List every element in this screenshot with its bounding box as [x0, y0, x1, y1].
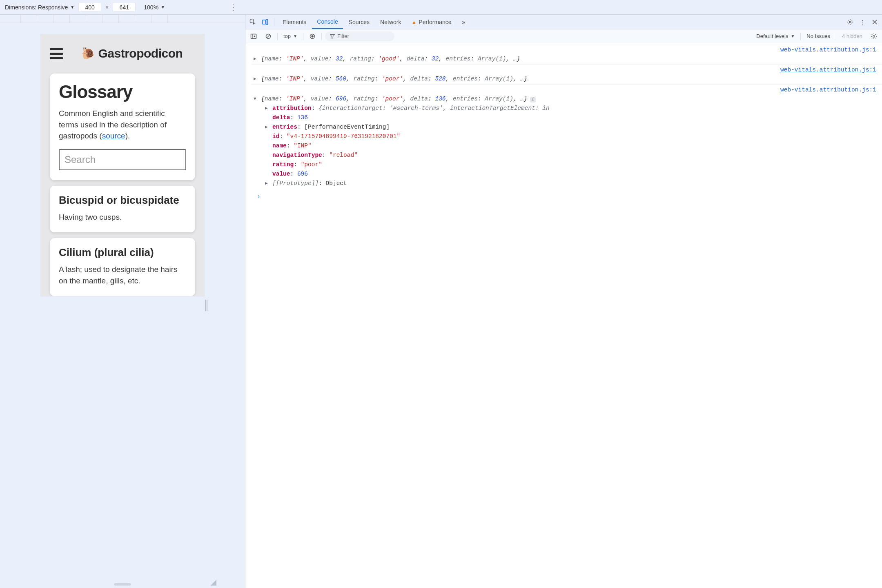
zoom-value: 100% — [144, 4, 158, 11]
console-body[interactable]: web-vitals.attribution.js:1 ▶ {name: 'IN… — [245, 43, 882, 588]
info-badge-icon[interactable]: i — [530, 97, 536, 102]
context-selector[interactable]: top ▼ — [281, 32, 300, 40]
console-log: web-vitals.attribution.js:1 ▶ {name: 'IN… — [251, 65, 882, 85]
width-input[interactable] — [78, 3, 101, 12]
caret-down-icon: ▼ — [791, 34, 795, 38]
clear-console-icon[interactable] — [263, 31, 274, 42]
disclosure-triangle-icon[interactable]: ▶ — [254, 75, 258, 83]
device-toolbar: Dimensions: Responsive ▼ × 100% ▼ ⋮ — [0, 0, 882, 15]
search-input[interactable] — [59, 149, 186, 170]
device-viewport-pane: 🐌 Gastropodicon Glossary Common English … — [0, 15, 245, 588]
object-prop[interactable]: navigationType: "reload" — [272, 151, 358, 160]
object-prop[interactable]: rating: "poor" — [272, 160, 322, 169]
inspect-element-icon[interactable] — [247, 16, 258, 28]
dimensions-label: Dimensions: — [5, 4, 36, 11]
disclosure-triangle-icon[interactable]: ▶ — [254, 55, 258, 63]
log-levels-dropdown[interactable]: Default levels ▼ — [756, 33, 795, 39]
term-definition: A lash; used to designate the hairs on t… — [59, 264, 186, 286]
device-menu-icon[interactable]: ⋮ — [229, 3, 237, 12]
console-log-expanded: web-vitals.attribution.js:1 ▼ {name: 'IN… — [251, 85, 882, 189]
page-title: Glossary — [59, 82, 186, 102]
hamburger-menu-icon[interactable] — [50, 48, 63, 59]
object-prop[interactable]: attribution: {interactionTarget: '#searc… — [272, 104, 550, 113]
close-devtools-icon[interactable] — [869, 16, 880, 28]
filter-box[interactable] — [325, 31, 394, 41]
disclosure-triangle-icon[interactable]: ▶ — [265, 179, 270, 187]
zoom-dropdown[interactable]: 100% ▼ — [144, 4, 165, 11]
device-frame: 🐌 Gastropodicon Glossary Common English … — [41, 34, 204, 296]
tab-network[interactable]: Network — [375, 15, 406, 29]
tab-sources[interactable]: Sources — [344, 15, 374, 29]
svg-point-3 — [849, 21, 851, 22]
glossary-header-card: Glossary Common English and scientific t… — [50, 74, 195, 180]
caret-down-icon: ▼ — [161, 5, 165, 9]
term-card: Bicuspid or bicuspidate Having two cusps… — [50, 186, 195, 233]
disclosure-triangle-icon[interactable]: ▶ — [265, 104, 270, 112]
console-settings-icon[interactable] — [868, 31, 880, 42]
resize-handle-bottom[interactable] — [114, 583, 131, 586]
brand-text: Gastropodicon — [98, 47, 183, 60]
height-input[interactable] — [113, 3, 136, 12]
tab-console[interactable]: Console — [312, 15, 343, 29]
source-link[interactable]: web-vitals.attribution.js:1 — [251, 46, 882, 54]
console-toolbar: top ▼ Default levels ▼ No Issues 4 hi — [245, 29, 882, 43]
term-title: Cilium (plural cilia) — [59, 246, 186, 259]
caret-down-icon: ▼ — [70, 5, 74, 9]
settings-icon[interactable] — [844, 16, 856, 28]
object-prop[interactable]: value: 696 — [272, 170, 308, 178]
page-subtitle: Common English and scientific terms used… — [59, 108, 186, 142]
log-summary[interactable]: {name: 'INP', value: 560, rating: 'poor'… — [261, 75, 528, 83]
term-title: Bicuspid or bicuspidate — [59, 194, 186, 207]
object-prop[interactable]: name: "INP" — [272, 142, 312, 150]
funnel-icon — [330, 34, 335, 39]
tab-performance[interactable]: Performance — [407, 15, 456, 29]
svg-rect-2 — [266, 19, 268, 24]
console-log: web-vitals.attribution.js:1 ▶ {name: 'IN… — [251, 45, 882, 65]
disclosure-triangle-icon[interactable]: ▶ — [265, 123, 270, 131]
resize-handle-right[interactable] — [203, 296, 209, 314]
svg-point-7 — [312, 36, 313, 37]
live-expression-icon[interactable] — [307, 31, 318, 42]
disclosure-triangle-icon[interactable]: ▼ — [254, 95, 258, 103]
svg-point-8 — [873, 35, 875, 37]
dimensions-dropdown[interactable]: Dimensions: Responsive ▼ — [5, 4, 74, 11]
app-page[interactable]: 🐌 Gastropodicon Glossary Common English … — [41, 34, 204, 296]
toggle-device-toolbar-icon[interactable] — [259, 16, 271, 28]
log-summary[interactable]: {name: 'INP', value: 32, rating: 'good',… — [261, 55, 520, 63]
term-definition: Having two cusps. — [59, 212, 186, 223]
console-prompt[interactable]: › — [251, 189, 882, 201]
device-name: Responsive — [38, 4, 68, 11]
tab-elements[interactable]: Elements — [278, 15, 311, 29]
object-prop[interactable]: [[Prototype]]: Object — [272, 179, 347, 188]
hidden-count[interactable]: 4 hidden — [842, 33, 862, 39]
svg-rect-4 — [251, 34, 256, 38]
tabs-overflow[interactable]: » — [457, 15, 470, 29]
source-link[interactable]: web-vitals.attribution.js:1 — [251, 66, 882, 74]
devtools-tabs: Elements Console Sources Network Perform… — [245, 15, 882, 29]
source-link[interactable]: web-vitals.attribution.js:1 — [251, 86, 882, 94]
snail-icon: 🐌 — [81, 48, 95, 59]
filter-input[interactable] — [337, 33, 382, 39]
devtools-pane: Elements Console Sources Network Perform… — [245, 15, 882, 588]
dimension-separator: × — [105, 4, 109, 11]
object-prop[interactable]: id: "v4-1715704899419-7631921820701" — [272, 132, 400, 141]
resize-handle-corner[interactable] — [211, 580, 216, 586]
brand: 🐌 Gastropodicon — [81, 47, 183, 60]
object-prop[interactable]: delta: 136 — [272, 114, 308, 122]
svg-rect-1 — [263, 20, 266, 24]
term-card: Cilium (plural cilia) A lash; used to de… — [50, 238, 195, 296]
log-summary[interactable]: {name: 'INP', value: 696, rating: 'poor'… — [261, 95, 536, 103]
ruler-horizontal — [0, 15, 245, 23]
source-link[interactable]: source — [102, 131, 125, 140]
issues-status[interactable]: No Issues — [806, 33, 830, 39]
object-prop[interactable]: entries: [PerformanceEventTiming] — [272, 123, 390, 131]
devtools-menu-icon[interactable]: ⋮ — [857, 16, 868, 28]
toggle-sidebar-icon[interactable] — [248, 31, 259, 42]
caret-down-icon: ▼ — [293, 34, 297, 38]
